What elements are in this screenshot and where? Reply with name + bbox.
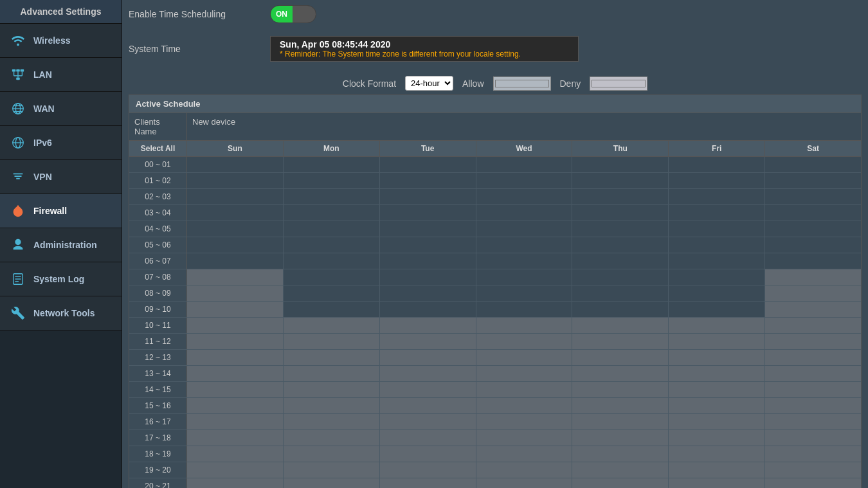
time-slot[interactable] [765,382,861,397]
deny-color-input[interactable] [590,77,647,91]
time-slot[interactable] [669,157,765,172]
time-slot[interactable] [669,269,765,285]
time-slot[interactable] [380,366,476,381]
time-slot[interactable] [284,462,380,478]
time-slot[interactable] [380,269,476,285]
time-slot[interactable] [476,414,573,429]
time-slot[interactable] [284,189,380,204]
time-slot[interactable] [380,173,476,188]
time-slot[interactable] [380,446,476,462]
time-slot[interactable] [572,334,669,349]
time-slot[interactable] [476,285,573,301]
time-slot[interactable] [187,350,284,365]
time-slot[interactable] [765,430,861,446]
time-slot[interactable] [187,205,284,221]
time-slot[interactable] [765,221,861,237]
time-slot[interactable] [765,334,861,349]
time-slot[interactable] [380,253,476,269]
time-slot[interactable] [476,189,573,204]
time-slot[interactable] [476,350,573,365]
time-slot[interactable] [187,173,284,188]
time-slot[interactable] [765,189,861,204]
time-slot[interactable] [187,157,284,172]
time-slot[interactable] [765,462,861,478]
time-slot[interactable] [187,430,284,446]
time-slot[interactable] [380,414,476,429]
time-slot[interactable] [476,478,573,488]
sidebar-item-firewall[interactable]: Firewall [0,194,122,228]
time-slot[interactable] [284,205,380,221]
time-slot[interactable] [669,285,765,301]
time-slot[interactable] [187,366,284,381]
time-slot[interactable] [380,462,476,478]
time-slot[interactable] [284,285,380,301]
time-slot[interactable] [572,285,669,301]
time-slot[interactable] [380,302,476,317]
time-slot[interactable] [669,398,765,413]
time-slot[interactable] [572,221,669,237]
allow-color-input[interactable] [493,77,551,91]
time-slot[interactable] [380,382,476,397]
sidebar-item-lan[interactable]: LAN [0,58,122,92]
time-slot[interactable] [765,157,861,172]
time-slot[interactable] [765,205,861,221]
time-slot[interactable] [380,285,476,301]
time-slot[interactable] [284,334,380,349]
time-slot[interactable] [669,414,765,429]
time-slot[interactable] [284,269,380,285]
time-slot[interactable] [669,221,765,237]
time-slot[interactable] [380,318,476,333]
time-slot[interactable] [572,189,669,204]
time-slot[interactable] [669,334,765,349]
time-slot[interactable] [380,334,476,349]
time-slot[interactable] [765,398,861,413]
time-slot[interactable] [380,430,476,446]
sidebar-item-networktools[interactable]: Network Tools [0,296,122,330]
sidebar-item-vpn[interactable]: VPN [0,160,122,194]
time-slot[interactable] [765,285,861,301]
time-slot[interactable] [572,462,669,478]
time-slot[interactable] [669,205,765,221]
time-slot[interactable] [572,446,669,462]
time-slot[interactable] [572,382,669,397]
sidebar-item-wireless[interactable]: Wireless [0,24,122,58]
time-slot[interactable] [572,302,669,317]
time-slot[interactable] [765,237,861,253]
time-slot[interactable] [284,221,380,237]
time-slot[interactable] [284,414,380,429]
time-slot[interactable] [187,414,284,429]
time-slot[interactable] [284,478,380,488]
time-slot[interactable] [187,318,284,333]
time-slot[interactable] [380,478,476,488]
time-slot[interactable] [476,253,573,269]
time-slot[interactable] [187,302,284,317]
time-slot[interactable] [380,205,476,221]
time-slot[interactable] [572,430,669,446]
sidebar-item-systemlog[interactable]: System Log [0,262,122,296]
time-slot[interactable] [765,269,861,285]
time-slot[interactable] [476,205,573,221]
time-slot[interactable] [380,398,476,413]
time-slot[interactable] [765,446,861,462]
time-slot[interactable] [187,237,284,253]
time-slot[interactable] [476,269,573,285]
time-slot[interactable] [572,350,669,365]
time-slot[interactable] [572,478,669,488]
time-slot[interactable] [187,446,284,462]
time-slot[interactable] [476,446,573,462]
time-slot[interactable] [476,173,573,188]
time-slot[interactable] [380,157,476,172]
time-slot[interactable] [187,269,284,285]
time-slot[interactable] [765,350,861,365]
sidebar-item-ipv6[interactable]: IPv6 [0,126,122,160]
time-slot[interactable] [669,478,765,488]
toggle-container[interactable]: ON [270,5,316,23]
time-slot[interactable] [669,462,765,478]
time-slot[interactable] [476,302,573,317]
time-slot[interactable] [380,221,476,237]
time-slot[interactable] [572,205,669,221]
time-slot[interactable] [380,189,476,204]
time-slot[interactable] [765,253,861,269]
time-slot[interactable] [476,334,573,349]
time-slot[interactable] [765,173,861,188]
